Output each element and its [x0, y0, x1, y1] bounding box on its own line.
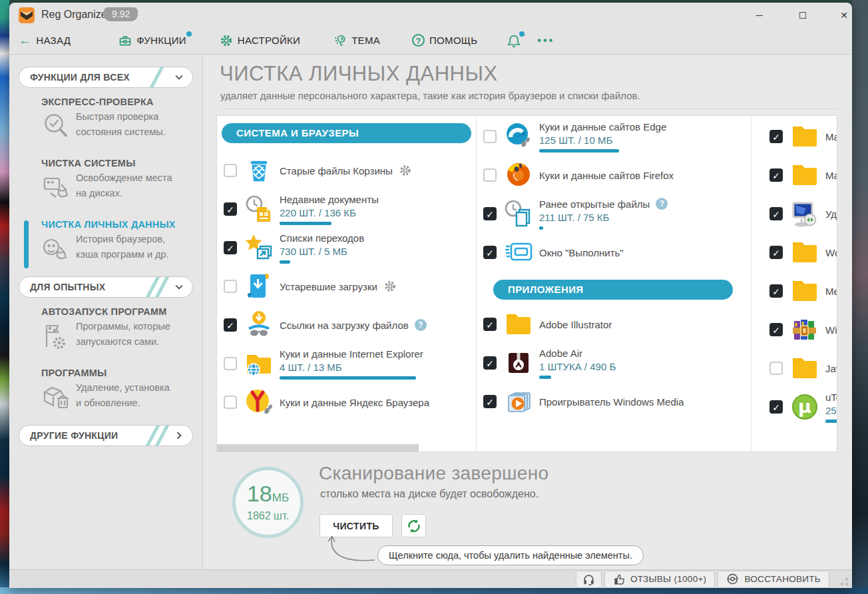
scan-result-circle: 18МБ 1862 шт. — [232, 467, 304, 538]
cleanup-item-ie-cookies: Куки и данные Internet Explorer 4 ШТ. / … — [217, 344, 476, 383]
checkbox[interactable] — [483, 318, 497, 331]
resize-grip[interactable] — [839, 576, 848, 585]
notifications-button[interactable] — [507, 33, 521, 48]
briefcase-icon — [118, 34, 132, 47]
checkbox[interactable] — [769, 284, 783, 298]
recent-files-icon — [503, 198, 535, 230]
cleanup-item-edge-cookies: Куки и данные сайтов Edge 125 ШТ. / 10 М… — [477, 117, 751, 156]
checkbox[interactable] — [769, 168, 783, 182]
folder-icon — [789, 159, 821, 191]
sidebar-group-functions-for-all[interactable]: ФУНКЦИИ ДЛЯ ВСЕХ — [19, 67, 193, 88]
sidebar-item-private-data-cleanup[interactable]: ЧИСТКА ЛИЧНЫХ ДАННЫХ История браузеров,к… — [19, 219, 193, 268]
support-button[interactable] — [576, 571, 602, 588]
checkbox[interactable] — [224, 318, 237, 332]
checkbox[interactable] — [769, 207, 783, 220]
checkbox[interactable] — [769, 246, 783, 259]
cleanup-item-folder: Ma — [752, 156, 837, 194]
checkbox[interactable] — [769, 362, 783, 375]
item-settings-gear-icon[interactable] — [399, 164, 412, 177]
back-arrow-icon: ← — [19, 34, 31, 47]
remote-desktop-icon — [789, 198, 821, 230]
checkbox[interactable] — [224, 357, 237, 370]
checkbox[interactable] — [483, 168, 497, 182]
utorrent-icon: µ — [789, 391, 821, 423]
back-button[interactable]: ← НАЗАД — [19, 34, 71, 47]
adobe-air-icon — [503, 347, 535, 379]
size-bar — [280, 222, 331, 225]
folder-icon — [503, 308, 535, 340]
settings-menu[interactable]: НАСТРОЙКИ — [220, 34, 300, 47]
restore-button[interactable]: ВОССТАНОВИТЬ — [718, 571, 829, 588]
checkbox[interactable] — [224, 396, 237, 409]
sidebar-item-programs[interactable]: ПРОГРАММЫ Удаление, установкаи обновлени… — [19, 368, 193, 417]
cleanup-item-remote-desktop: Уда — [752, 194, 837, 233]
functions-menu[interactable]: ФУНКЦИИ — [118, 34, 186, 47]
yandex-browser-icon — [243, 386, 275, 418]
size-bar — [280, 376, 416, 380]
checkbox[interactable] — [224, 164, 237, 177]
checkbox[interactable] — [769, 130, 783, 143]
checkbox[interactable] — [483, 395, 497, 408]
desktop-left-sliver — [0, 0, 9, 594]
app-window: Reg Organizer 9.92 ─ ☐ ✕ ← НАЗАД ФУНКЦИИ… — [9, 3, 852, 588]
sidebar-group-other-functions[interactable]: ДРУГИЕ ФУНКЦИИ — [19, 425, 193, 446]
item-help-icon[interactable]: ? — [415, 319, 427, 331]
cleanup-item-folder: Wo — [752, 233, 837, 272]
cleanup-item-windows-media-player: Проигрыватель Windows Media — [477, 382, 751, 421]
cleanup-item-adobe-illustrator: Adobe Illustrator — [477, 305, 751, 344]
internet-explorer-folder-icon — [243, 348, 275, 380]
rescan-button[interactable] — [401, 514, 426, 537]
computer-broom-icon — [41, 170, 76, 207]
close-button[interactable]: ✕ — [835, 8, 852, 23]
svg-text:µ: µ — [798, 396, 811, 417]
cleanup-item-old-downloads: Устаревшие загрузки — [217, 267, 476, 306]
app-logo-icon — [19, 7, 35, 23]
chevron-down-icon — [174, 282, 184, 292]
chevron-down-icon — [174, 72, 184, 83]
section-banner: СИСТЕМА И БРАУЗЕРЫ — [222, 123, 471, 143]
checkbox[interactable] — [224, 241, 237, 254]
checkbox[interactable] — [769, 323, 783, 336]
checkbox[interactable] — [483, 246, 497, 259]
chevron-right-icon — [174, 430, 184, 441]
page-subtitle: удаляет данные персонального характера, … — [220, 90, 640, 101]
run-window-icon — [503, 236, 535, 268]
help-menu[interactable]: ? ПОМОЩЬ — [412, 34, 477, 47]
item-help-icon[interactable]: ? — [656, 198, 668, 210]
help-icon: ? — [412, 34, 425, 47]
sidebar-item-express-check[interactable]: ЭКСПРЕСС-ПРОВЕРКА Быстрая проверкасостоя… — [19, 97, 193, 146]
sidebar-item-system-cleanup[interactable]: ЧИСТКА СИСТЕМЫ Освобождение местана диск… — [19, 158, 193, 207]
cleanup-item-firefox-cookies: Куки и данные сайтов Firefox — [477, 156, 751, 194]
checkbox[interactable] — [483, 130, 497, 143]
desktop-right-sliver — [852, 0, 868, 594]
lightbulb-icon — [333, 34, 347, 47]
checkbox[interactable] — [483, 356, 497, 370]
sidebar-group-for-experienced[interactable]: ДЛЯ ОПЫТНЫХ — [19, 276, 193, 298]
notification-dot — [186, 31, 192, 37]
maximize-button[interactable]: ☐ — [793, 8, 812, 23]
horizontal-scrollbar[interactable] — [217, 444, 419, 452]
checkbox[interactable] — [224, 202, 237, 216]
cleanup-item-java: Jav — [752, 349, 837, 388]
size-bar — [539, 226, 543, 230]
flag-gear-icon — [41, 319, 76, 356]
checkbox[interactable] — [224, 280, 237, 293]
cleanup-items-panel: СИСТЕМА И БРАУЗЕРЫ Старые файлы Корзины — [216, 115, 837, 452]
checkbox[interactable] — [483, 207, 497, 220]
sidebar-item-startup-programs[interactable]: АВТОЗАПУСК ПРОГРАММ Программы, которыеза… — [19, 306, 193, 356]
notification-dot — [519, 31, 525, 37]
status-bar: ОТЗЫВЫ (1000+) ВОССТАНОВИТЬ — [9, 569, 852, 588]
checkbox[interactable] — [769, 400, 783, 414]
reviews-button[interactable]: ОТЗЫВЫ (1000+) — [604, 571, 716, 588]
mask-broom-icon — [41, 232, 76, 268]
page-title: ЧИСТКА ЛИЧНЫХ ДАННЫХ — [220, 62, 498, 86]
minimize-button[interactable]: ─ — [750, 8, 769, 23]
edge-browser-icon — [503, 121, 535, 152]
more-menu[interactable]: ••• — [537, 35, 554, 47]
cleanup-item-recently-opened-files: Ранее открытые файлы ? 211 ШТ. / 75 КБ — [477, 194, 751, 233]
item-settings-gear-icon[interactable] — [383, 280, 397, 293]
recent-documents-icon — [243, 193, 275, 225]
titlebar: Reg Organizer 9.92 ─ ☐ ✕ — [9, 3, 852, 27]
folder-icon — [789, 275, 821, 307]
theme-menu[interactable]: ТЕМА — [333, 34, 380, 47]
